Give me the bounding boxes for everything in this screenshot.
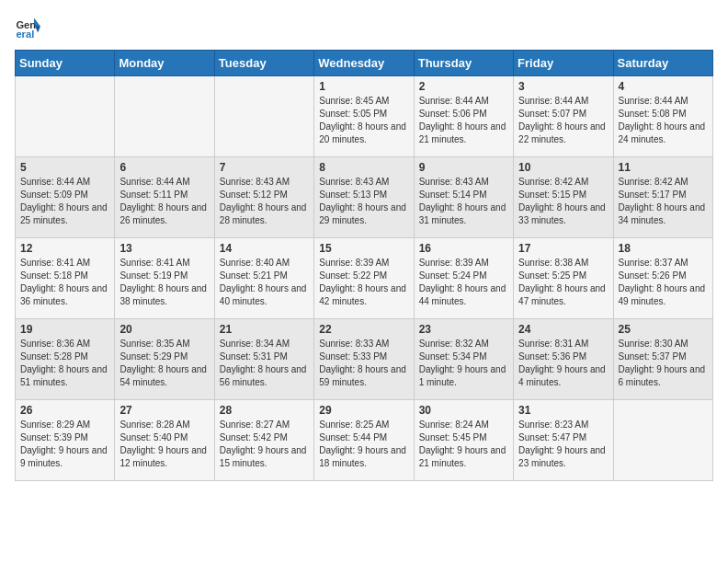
day-number: 21 <box>220 323 309 336</box>
day-number: 7 <box>220 161 309 174</box>
calendar-week-3: 12Sunrise: 8:41 AM Sunset: 5:18 PM Dayli… <box>16 238 713 319</box>
day-info: Sunrise: 8:39 AM Sunset: 5:22 PM Dayligh… <box>319 257 408 308</box>
calendar-cell: 25Sunrise: 8:30 AM Sunset: 5:37 PM Dayli… <box>613 319 712 400</box>
calendar-cell: 12Sunrise: 8:41 AM Sunset: 5:18 PM Dayli… <box>16 238 115 319</box>
weekday-header-friday: Friday <box>514 51 613 76</box>
day-number: 17 <box>518 242 608 255</box>
calendar-week-2: 5Sunrise: 8:44 AM Sunset: 5:09 PM Daylig… <box>16 157 713 238</box>
day-number: 14 <box>220 242 309 255</box>
calendar-cell: 18Sunrise: 8:37 AM Sunset: 5:26 PM Dayli… <box>613 238 712 319</box>
day-number: 22 <box>319 323 408 336</box>
day-info: Sunrise: 8:42 AM Sunset: 5:15 PM Dayligh… <box>518 176 608 227</box>
calendar-cell: 31Sunrise: 8:23 AM Sunset: 5:47 PM Dayli… <box>514 400 613 481</box>
calendar-cell: 26Sunrise: 8:29 AM Sunset: 5:39 PM Dayli… <box>16 400 115 481</box>
day-info: Sunrise: 8:24 AM Sunset: 5:45 PM Dayligh… <box>419 419 508 470</box>
day-info: Sunrise: 8:44 AM Sunset: 5:08 PM Dayligh… <box>619 95 708 146</box>
calendar-cell: 23Sunrise: 8:32 AM Sunset: 5:34 PM Dayli… <box>414 319 513 400</box>
day-info: Sunrise: 8:28 AM Sunset: 5:40 PM Dayligh… <box>119 419 209 470</box>
calendar-cell: 28Sunrise: 8:27 AM Sunset: 5:42 PM Dayli… <box>214 400 313 481</box>
day-number: 31 <box>518 404 608 417</box>
day-info: Sunrise: 8:27 AM Sunset: 5:42 PM Dayligh… <box>220 419 309 470</box>
day-number: 6 <box>119 161 209 174</box>
calendar-cell: 29Sunrise: 8:25 AM Sunset: 5:44 PM Dayli… <box>314 400 414 481</box>
day-number: 18 <box>619 242 708 255</box>
day-info: Sunrise: 8:44 AM Sunset: 5:06 PM Dayligh… <box>419 95 508 146</box>
day-number: 9 <box>419 161 508 174</box>
logo-icon: Gen eral <box>15 15 40 40</box>
weekday-header-tuesday: Tuesday <box>214 51 313 76</box>
calendar-week-1: 1Sunrise: 8:45 AM Sunset: 5:05 PM Daylig… <box>16 76 713 157</box>
calendar-cell <box>16 76 115 157</box>
day-info: Sunrise: 8:43 AM Sunset: 5:14 PM Dayligh… <box>419 176 508 227</box>
day-number: 26 <box>20 404 109 417</box>
calendar-cell: 15Sunrise: 8:39 AM Sunset: 5:22 PM Dayli… <box>314 238 414 319</box>
svg-text:eral: eral <box>16 29 34 40</box>
calendar-cell: 30Sunrise: 8:24 AM Sunset: 5:45 PM Dayli… <box>414 400 513 481</box>
day-number: 4 <box>619 80 708 93</box>
weekday-header-saturday: Saturday <box>613 51 712 76</box>
day-info: Sunrise: 8:30 AM Sunset: 5:37 PM Dayligh… <box>619 338 708 389</box>
calendar-cell: 13Sunrise: 8:41 AM Sunset: 5:19 PM Dayli… <box>115 238 214 319</box>
day-number: 25 <box>619 323 708 336</box>
day-info: Sunrise: 8:29 AM Sunset: 5:39 PM Dayligh… <box>20 419 109 470</box>
calendar-cell: 1Sunrise: 8:45 AM Sunset: 5:05 PM Daylig… <box>314 76 414 157</box>
day-number: 3 <box>518 80 608 93</box>
calendar-header: SundayMondayTuesdayWednesdayThursdayFrid… <box>16 51 713 76</box>
calendar-cell: 11Sunrise: 8:42 AM Sunset: 5:17 PM Dayli… <box>613 157 712 238</box>
day-info: Sunrise: 8:38 AM Sunset: 5:25 PM Dayligh… <box>518 257 608 308</box>
calendar-cell: 7Sunrise: 8:43 AM Sunset: 5:12 PM Daylig… <box>214 157 313 238</box>
day-info: Sunrise: 8:23 AM Sunset: 5:47 PM Dayligh… <box>518 419 608 470</box>
calendar-cell: 27Sunrise: 8:28 AM Sunset: 5:40 PM Dayli… <box>115 400 214 481</box>
day-info: Sunrise: 8:25 AM Sunset: 5:44 PM Dayligh… <box>319 419 408 470</box>
day-number: 23 <box>419 323 508 336</box>
calendar-cell: 6Sunrise: 8:44 AM Sunset: 5:11 PM Daylig… <box>115 157 214 238</box>
calendar-cell: 8Sunrise: 8:43 AM Sunset: 5:13 PM Daylig… <box>314 157 414 238</box>
calendar-cell: 20Sunrise: 8:35 AM Sunset: 5:29 PM Dayli… <box>115 319 214 400</box>
day-info: Sunrise: 8:36 AM Sunset: 5:28 PM Dayligh… <box>20 338 109 389</box>
weekday-header-row: SundayMondayTuesdayWednesdayThursdayFrid… <box>16 51 713 76</box>
day-info: Sunrise: 8:43 AM Sunset: 5:12 PM Dayligh… <box>220 176 309 227</box>
day-info: Sunrise: 8:44 AM Sunset: 5:11 PM Dayligh… <box>119 176 209 227</box>
day-info: Sunrise: 8:32 AM Sunset: 5:34 PM Dayligh… <box>419 338 508 389</box>
calendar-cell: 21Sunrise: 8:34 AM Sunset: 5:31 PM Dayli… <box>214 319 313 400</box>
day-info: Sunrise: 8:35 AM Sunset: 5:29 PM Dayligh… <box>119 338 209 389</box>
day-info: Sunrise: 8:41 AM Sunset: 5:18 PM Dayligh… <box>20 257 109 308</box>
day-number: 15 <box>319 242 408 255</box>
calendar-cell <box>214 76 313 157</box>
day-number: 2 <box>419 80 508 93</box>
day-number: 16 <box>419 242 508 255</box>
day-number: 27 <box>119 404 209 417</box>
day-info: Sunrise: 8:34 AM Sunset: 5:31 PM Dayligh… <box>220 338 309 389</box>
day-info: Sunrise: 8:45 AM Sunset: 5:05 PM Dayligh… <box>319 95 408 146</box>
day-number: 12 <box>20 242 109 255</box>
calendar-week-4: 19Sunrise: 8:36 AM Sunset: 5:28 PM Dayli… <box>16 319 713 400</box>
calendar-cell: 16Sunrise: 8:39 AM Sunset: 5:24 PM Dayli… <box>414 238 513 319</box>
calendar-cell <box>613 400 712 481</box>
calendar-cell: 10Sunrise: 8:42 AM Sunset: 5:15 PM Dayli… <box>514 157 613 238</box>
calendar-cell: 9Sunrise: 8:43 AM Sunset: 5:14 PM Daylig… <box>414 157 513 238</box>
day-number: 10 <box>518 161 608 174</box>
calendar-cell: 19Sunrise: 8:36 AM Sunset: 5:28 PM Dayli… <box>16 319 115 400</box>
day-number: 13 <box>119 242 209 255</box>
day-info: Sunrise: 8:43 AM Sunset: 5:13 PM Dayligh… <box>319 176 408 227</box>
day-info: Sunrise: 8:37 AM Sunset: 5:26 PM Dayligh… <box>619 257 708 308</box>
calendar-cell: 14Sunrise: 8:40 AM Sunset: 5:21 PM Dayli… <box>214 238 313 319</box>
calendar-cell: 17Sunrise: 8:38 AM Sunset: 5:25 PM Dayli… <box>514 238 613 319</box>
day-info: Sunrise: 8:42 AM Sunset: 5:17 PM Dayligh… <box>619 176 708 227</box>
header: Gen eral <box>15 15 713 40</box>
calendar-cell <box>115 76 214 157</box>
day-number: 30 <box>419 404 508 417</box>
weekday-header-monday: Monday <box>115 51 214 76</box>
calendar-cell: 2Sunrise: 8:44 AM Sunset: 5:06 PM Daylig… <box>414 76 513 157</box>
day-info: Sunrise: 8:44 AM Sunset: 5:07 PM Dayligh… <box>518 95 608 146</box>
day-info: Sunrise: 8:33 AM Sunset: 5:33 PM Dayligh… <box>319 338 408 389</box>
day-info: Sunrise: 8:41 AM Sunset: 5:19 PM Dayligh… <box>119 257 209 308</box>
day-number: 24 <box>518 323 608 336</box>
day-info: Sunrise: 8:44 AM Sunset: 5:09 PM Dayligh… <box>20 176 109 227</box>
day-number: 11 <box>619 161 708 174</box>
day-info: Sunrise: 8:40 AM Sunset: 5:21 PM Dayligh… <box>220 257 309 308</box>
weekday-header-wednesday: Wednesday <box>314 51 414 76</box>
calendar-body: 1Sunrise: 8:45 AM Sunset: 5:05 PM Daylig… <box>16 76 713 481</box>
day-number: 5 <box>20 161 109 174</box>
day-info: Sunrise: 8:39 AM Sunset: 5:24 PM Dayligh… <box>419 257 508 308</box>
